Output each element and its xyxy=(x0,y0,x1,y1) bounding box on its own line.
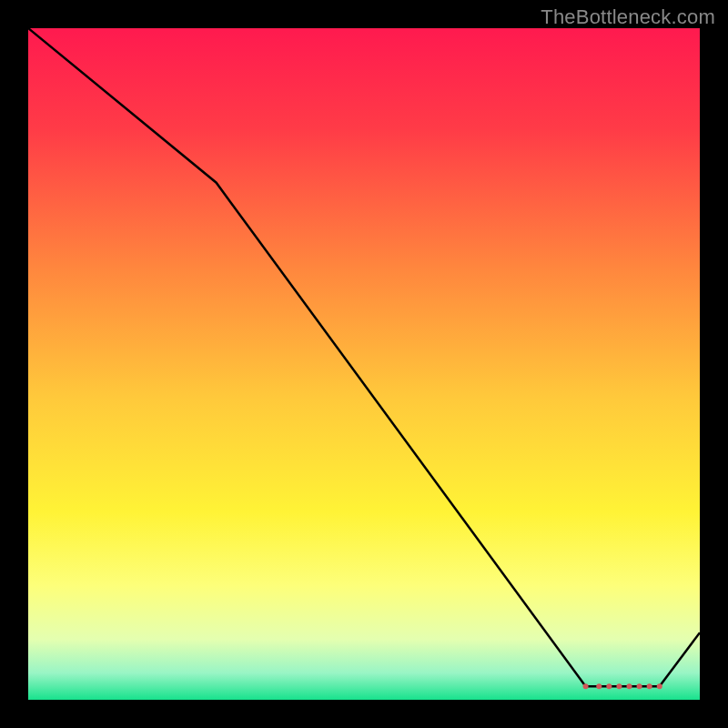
curve-marker xyxy=(627,683,632,689)
curve-marker xyxy=(647,683,652,689)
chart-container: TheBottleneck.com xyxy=(0,0,728,728)
watermark-text: TheBottleneck.com xyxy=(541,5,715,29)
plot-area xyxy=(28,28,700,700)
gradient-background xyxy=(28,28,700,700)
curve-marker xyxy=(606,683,612,689)
curve-marker xyxy=(657,683,662,689)
curve-marker xyxy=(583,683,589,689)
curve-marker xyxy=(616,683,622,689)
curve-marker xyxy=(596,683,602,689)
curve-marker xyxy=(637,683,642,689)
chart-svg xyxy=(28,28,700,700)
